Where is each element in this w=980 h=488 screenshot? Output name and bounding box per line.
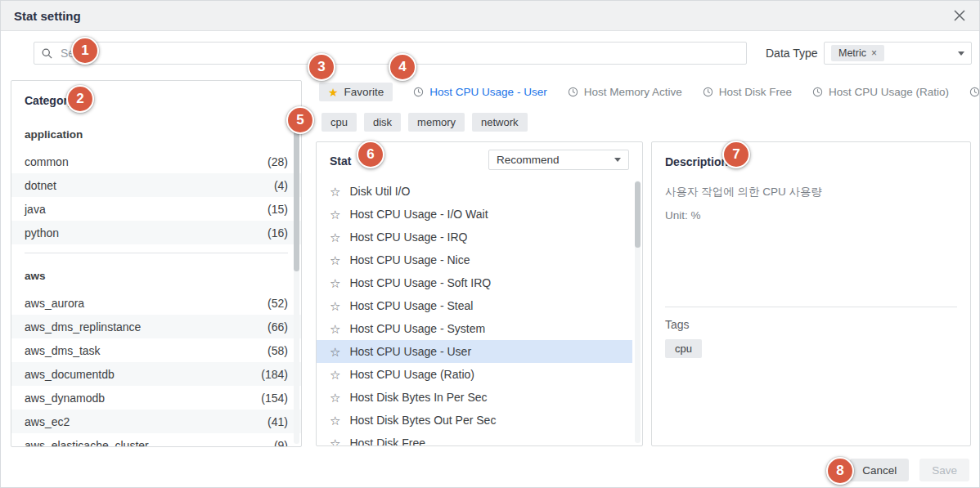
annotation-badge-5: 5	[286, 106, 314, 134]
star-outline-icon[interactable]: ☆	[330, 300, 340, 312]
star-outline-icon[interactable]: ☆	[330, 323, 340, 335]
category-scrollbar-thumb[interactable]	[294, 116, 299, 271]
stat-item[interactable]: ☆ Disk Util I/O	[317, 180, 632, 203]
stat-setting-dialog: Stat setting Data Type Metric × ★ Favori…	[0, 0, 980, 488]
category-item[interactable]: aws_elasticache_cluster (9)	[11, 433, 301, 447]
category-item-label: python	[25, 226, 59, 240]
description-unit: Unit: %	[665, 209, 957, 222]
save-button[interactable]: Save	[919, 459, 969, 481]
stat-item[interactable]: ☆ Host CPU Usage - Steal	[317, 294, 632, 317]
stat-item[interactable]: ☆ Host Disk Bytes In Per Sec	[317, 386, 632, 409]
stat-item-label: Host CPU Usage - Nice	[349, 253, 470, 266]
description-divider	[665, 307, 957, 307]
recent-stat-label: Host CPU Usage (Ratio)	[829, 86, 949, 98]
stat-scrollbar-thumb[interactable]	[635, 181, 641, 248]
tag-filter-chip[interactable]: memory	[408, 113, 465, 132]
tag-filter-row: cpu disk memory network	[321, 113, 528, 132]
recent-stat-item[interactable]: Host Disk Free	[703, 86, 792, 98]
stat-item-label: Host Disk Bytes Out Per Sec	[349, 414, 496, 427]
category-group-application: application	[11, 112, 301, 150]
star-outline-icon[interactable]: ☆	[330, 346, 340, 358]
star-outline-icon[interactable]: ☆	[330, 254, 340, 266]
category-item[interactable]: python (16)	[11, 221, 301, 244]
category-item[interactable]: aws_aurora (52)	[11, 291, 301, 315]
recent-stat-item[interactable]: Host Physical Cores	[969, 86, 980, 98]
category-item[interactable]: common (28)	[11, 150, 301, 173]
annotation-badge-4: 4	[389, 53, 416, 81]
category-item-count: (16)	[267, 226, 288, 240]
category-item-label: aws_documentdb	[25, 368, 115, 381]
recent-stat-item[interactable]: Host Memory Active	[568, 86, 682, 98]
category-list-aws: aws_aurora (52) aws_dms_replinstance (66…	[11, 291, 301, 447]
category-item[interactable]: aws_dms_replinstance (66)	[11, 315, 301, 338]
star-outline-icon[interactable]: ☆	[330, 231, 340, 244]
favorite-button[interactable]: ★ Favorite	[319, 83, 393, 101]
stat-item[interactable]: ☆ Host CPU Usage (Ratio)	[317, 363, 632, 386]
stat-list: ☆ Disk Util I/O ☆ Host CPU Usage - I/O W…	[317, 180, 632, 445]
category-scrollbar[interactable]	[294, 116, 299, 444]
tag-filter-chip[interactable]: cpu	[321, 113, 357, 132]
stat-item[interactable]: ☆ Host CPU Usage - Soft IRQ	[317, 271, 632, 294]
star-outline-icon[interactable]: ☆	[330, 414, 340, 427]
star-outline-icon[interactable]: ☆	[330, 437, 340, 446]
star-outline-icon[interactable]: ☆	[330, 392, 340, 404]
recent-stats-list: Host CPU Usage - User Host Memory Active…	[413, 86, 980, 98]
stat-item[interactable]: ☆ Host CPU Usage - Nice	[317, 248, 632, 271]
category-panel: Category application common (28) dotnet …	[11, 80, 302, 447]
clock-icon	[969, 87, 980, 97]
description-panel: Description 사용자 작업에 의한 CPU 사용량 Unit: % T…	[651, 141, 971, 446]
category-title: Category	[11, 81, 301, 112]
dialog-footer: Cancel Save	[850, 459, 969, 481]
category-list-application: common (28) dotnet (4) java (15) python …	[11, 150, 301, 244]
annotation-badge-6: 6	[357, 141, 384, 168]
category-item[interactable]: aws_documentdb (184)	[11, 362, 301, 386]
star-outline-icon[interactable]: ☆	[330, 369, 340, 381]
favorites-row: ★ Favorite Host CPU Usage - User Host Me…	[319, 82, 980, 102]
annotation-badge-7: 7	[722, 141, 750, 168]
category-item[interactable]: aws_ec2 (41)	[11, 410, 301, 433]
star-outline-icon[interactable]: ☆	[330, 208, 340, 221]
category-item-count: (58)	[267, 344, 288, 357]
stat-item-label: Host CPU Usage - Soft IRQ	[349, 276, 491, 289]
stat-item[interactable]: ☆ Host CPU Usage - IRQ	[317, 226, 632, 248]
tag-filter-chip[interactable]: network	[472, 113, 528, 132]
stat-item-label: Host Disk Free	[349, 437, 425, 445]
sort-select[interactable]: Recommend	[488, 150, 629, 170]
data-type-chip-label: Metric	[838, 47, 866, 59]
category-item[interactable]: aws_dms_task (58)	[11, 338, 301, 362]
stat-title: Stat	[330, 154, 351, 168]
chip-remove-icon[interactable]: ×	[871, 48, 877, 58]
stat-scrollbar[interactable]	[635, 181, 641, 443]
stat-item[interactable]: ☆ Host CPU Usage - System	[317, 317, 632, 340]
recent-stat-label: Host Memory Active	[584, 86, 682, 98]
category-item[interactable]: java (15)	[11, 197, 301, 221]
stat-item[interactable]: ☆ Host CPU Usage - User	[317, 340, 632, 363]
category-item-count: (66)	[267, 320, 288, 334]
star-outline-icon[interactable]: ☆	[330, 277, 340, 289]
category-item-label: dotnet	[25, 179, 56, 192]
stat-item[interactable]: ☆ Host CPU Usage - I/O Wait	[317, 203, 632, 226]
close-icon[interactable]	[953, 9, 966, 22]
category-item-label: aws_dynamodb	[25, 392, 105, 405]
category-item-count: (41)	[267, 415, 288, 428]
stat-item[interactable]: ☆ Host Disk Bytes Out Per Sec	[317, 409, 632, 432]
data-type-select[interactable]: Metric ×	[824, 42, 972, 65]
category-item[interactable]: dotnet (4)	[11, 173, 301, 197]
tag-filter-chip[interactable]: disk	[364, 113, 401, 132]
category-item[interactable]: aws_dynamodb (154)	[11, 386, 301, 410]
recent-stat-label: Host Disk Free	[719, 86, 792, 98]
category-item-count: (52)	[267, 297, 288, 310]
stat-item-label: Host Disk Bytes In Per Sec	[349, 391, 487, 404]
recent-stat-item[interactable]: Host CPU Usage - User	[413, 86, 546, 98]
category-item-count: (4)	[274, 179, 288, 192]
category-group-aws: aws	[11, 253, 301, 291]
stat-item-label: Host CPU Usage - IRQ	[349, 231, 467, 244]
recent-stat-item[interactable]: Host CPU Usage (Ratio)	[812, 86, 949, 98]
star-outline-icon[interactable]: ☆	[330, 186, 340, 198]
category-item-label: aws_dms_task	[25, 344, 101, 357]
stat-panel: Stat Recommend ☆ Disk Util I/O ☆ Host CP…	[316, 141, 643, 446]
annotation-badge-2: 2	[66, 85, 94, 113]
stat-item[interactable]: ☆ Host Disk Free	[317, 432, 632, 445]
cancel-button[interactable]: Cancel	[850, 459, 909, 481]
clock-icon	[413, 87, 424, 97]
